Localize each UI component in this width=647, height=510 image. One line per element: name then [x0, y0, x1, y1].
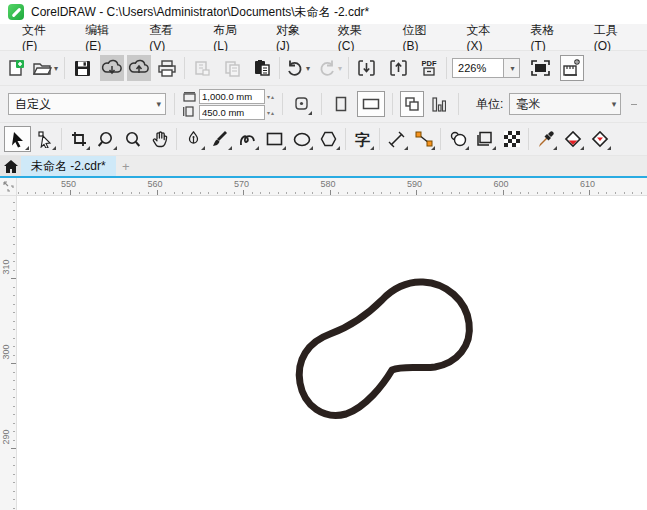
publish-pdf-button[interactable]: PDF — [417, 55, 441, 81]
fill-icon — [564, 131, 582, 148]
shadow-icon — [449, 131, 467, 147]
ruler-origin-button[interactable] — [0, 178, 17, 196]
import-icon — [357, 59, 376, 77]
undo-dropdown-arrow[interactable]: ▾ — [306, 64, 310, 73]
drawing-canvas[interactable] — [17, 196, 647, 510]
crop-tool[interactable] — [65, 126, 92, 152]
paste-button[interactable] — [250, 55, 274, 81]
redo-dropdown-arrow: ▾ — [338, 64, 342, 73]
hand-icon — [152, 131, 168, 148]
home-icon — [4, 160, 18, 173]
open-button[interactable]: ▾ — [32, 55, 59, 81]
checkerboard-icon — [504, 131, 520, 147]
eyedropper-tool[interactable] — [532, 126, 559, 152]
transparency-icon — [476, 131, 493, 147]
interactive-fill-tool[interactable] — [559, 126, 586, 152]
pen-tool[interactable] — [180, 126, 207, 152]
coreldraw-window: CorelDRAW - C:\Users\Administrator\Docum… — [0, 0, 647, 510]
toolbox: 字 — [0, 123, 647, 156]
mesh-fill-tool[interactable] — [498, 126, 525, 152]
dimension-icon — [388, 131, 405, 148]
property-bar: 自定义 ▾ ▾▴ ▾▴ — [0, 86, 647, 123]
hruler-label: 560 — [148, 179, 163, 189]
document-tab[interactable]: 未命名 -2.cdr* — [21, 156, 116, 176]
print-icon — [158, 60, 176, 77]
shape-tool[interactable] — [31, 126, 58, 152]
shape-tool-icon — [38, 131, 52, 148]
vruler-label: 310 — [1, 255, 11, 279]
cloud-upload-button[interactable] — [127, 55, 151, 81]
new-document-button[interactable] — [4, 55, 28, 81]
welcome-home-button[interactable] — [0, 156, 21, 176]
menu-bar: 文件(F) 编辑(E) 查看(V) 布局(L) 对象(J) 效果(C) 位图(B… — [0, 24, 647, 51]
autofit-page-button[interactable] — [290, 91, 314, 117]
horizontal-ruler[interactable]: 550560570580590600610 — [17, 178, 647, 196]
new-document-icon — [7, 59, 25, 77]
zoom-tool[interactable] — [92, 126, 119, 152]
open-dropdown-arrow[interactable]: ▾ — [54, 64, 58, 73]
artistic-media-tool[interactable] — [207, 126, 234, 152]
landscape-orientation-button[interactable] — [357, 91, 385, 117]
document-tab-bar: 未命名 -2.cdr* + — [0, 156, 647, 176]
standard-toolbar: ▾ — [0, 51, 647, 86]
ruler-eye-icon — [562, 59, 582, 77]
portrait-orientation-button[interactable] — [329, 91, 353, 117]
cloud-download-icon — [101, 59, 123, 77]
page-size-preset-combobox[interactable]: 自定义 ▾ — [8, 93, 166, 115]
cloud-download-button[interactable] — [100, 55, 124, 81]
hruler-label: 550 — [61, 179, 76, 189]
import-button[interactable] — [354, 55, 378, 81]
hruler-label: 580 — [321, 179, 336, 189]
dimension-tool[interactable] — [383, 126, 410, 152]
vruler-label: 290 — [1, 425, 11, 449]
cloud-upload-icon — [128, 59, 150, 77]
polygon-tool[interactable] — [315, 126, 342, 152]
print-button[interactable] — [155, 55, 179, 81]
page-height-icon — [183, 106, 196, 117]
zoom-level-combobox[interactable]: ▾ — [452, 58, 520, 78]
pan-tool[interactable] — [146, 126, 173, 152]
fullscreen-preview-button[interactable] — [528, 55, 552, 81]
zoom-level-input[interactable] — [452, 58, 504, 78]
polygon-icon — [320, 131, 337, 147]
clipped-control — [631, 104, 637, 105]
peanut-outline-path[interactable] — [299, 282, 469, 415]
page-height-input[interactable] — [199, 105, 265, 120]
all-pages-size-button[interactable] — [400, 91, 424, 117]
rectangle-tool[interactable] — [261, 126, 288, 152]
units-combobox[interactable]: 毫米 ▾ — [509, 93, 621, 115]
connector-tool[interactable] — [410, 126, 437, 152]
hruler-label: 600 — [494, 179, 509, 189]
pdf-label: PDF — [422, 60, 437, 68]
page-width-input[interactable] — [199, 89, 265, 104]
pick-tool[interactable] — [4, 126, 31, 152]
shadow-tool[interactable] — [444, 126, 471, 152]
vertical-ruler[interactable]: 310300290 — [0, 196, 17, 510]
text-tool[interactable]: 字 — [349, 126, 376, 152]
undo-button[interactable]: ▾ — [285, 55, 311, 81]
smart-fill-tool[interactable] — [586, 126, 613, 152]
save-button[interactable] — [70, 55, 94, 81]
page-height-spinner[interactable]: ▾▴ — [267, 105, 275, 120]
show-rulers-button[interactable] — [560, 55, 584, 81]
curve-tool[interactable] — [234, 126, 261, 152]
peanut-curve-object[interactable] — [280, 270, 490, 430]
page-width-spinner[interactable]: ▾▴ — [267, 89, 275, 104]
eyedropper-icon — [538, 131, 554, 148]
undo-icon — [286, 59, 304, 77]
page-width-icon — [183, 92, 196, 103]
zoom-level-dropdown[interactable]: ▾ — [504, 58, 520, 78]
transparency-tool[interactable] — [471, 126, 498, 152]
pdf-icon — [423, 67, 435, 76]
crop-tool-icon — [71, 131, 87, 147]
page-size-preset-value: 自定义 — [15, 96, 51, 113]
current-page-size-button[interactable] — [427, 91, 451, 117]
curve-icon — [239, 132, 256, 147]
current-page-icon — [432, 97, 446, 112]
zoom-tool-secondary[interactable] — [119, 126, 146, 152]
export-button[interactable] — [386, 55, 410, 81]
cut-icon — [194, 60, 211, 77]
new-tab-button[interactable]: + — [116, 156, 136, 176]
ellipse-tool[interactable] — [288, 126, 315, 152]
text-tool-icon: 字 — [355, 132, 370, 147]
